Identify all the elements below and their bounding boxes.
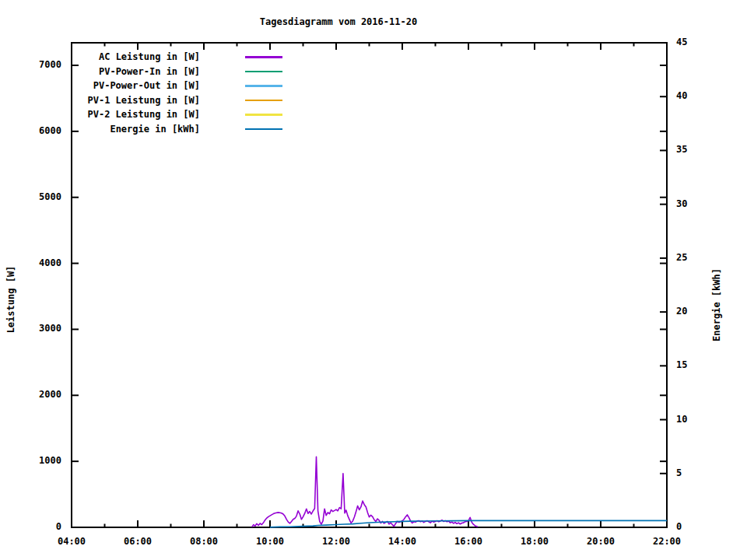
legend-line-sample xyxy=(245,56,282,58)
legend-label: PV-2 Leistung in [W] xyxy=(47,107,200,122)
series-line xyxy=(252,457,478,527)
legend-item: AC Leistung in [W] xyxy=(47,50,335,65)
legend-label: PV-Power-In in [W] xyxy=(47,65,200,79)
legend-item: PV-2 Leistung in [W] xyxy=(47,107,335,122)
legend-line-sample xyxy=(245,71,282,73)
legend-item: PV-1 Leistung in [W] xyxy=(47,93,335,108)
legend: AC Leistung in [W] PV-Power-In in [W] PV… xyxy=(47,50,335,137)
legend-item: PV-Power-Out in [W] xyxy=(47,79,335,93)
legend-item: Energie in [kWh] xyxy=(47,122,335,137)
legend-label: PV-Power-Out in [W] xyxy=(47,79,200,93)
legend-line-sample xyxy=(245,100,282,102)
legend-label: PV-1 Leistung in [W] xyxy=(47,93,200,108)
chart-page: { "title": "Tagesdiagramm vom 2016-11-20… xyxy=(0,0,747,560)
legend-label: Energie in [kWh] xyxy=(47,122,200,137)
legend-line-sample xyxy=(245,128,282,131)
legend-label: AC Leistung in [W] xyxy=(47,50,200,65)
legend-line-sample xyxy=(245,85,282,87)
legend-line-sample xyxy=(245,114,282,116)
legend-item: PV-Power-In in [W] xyxy=(47,65,335,79)
